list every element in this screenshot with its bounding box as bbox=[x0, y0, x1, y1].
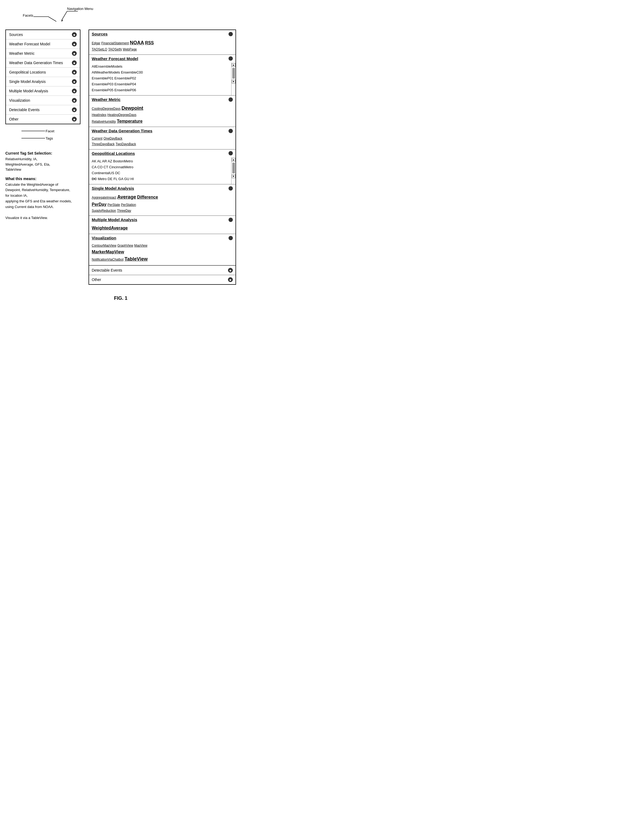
tag-co[interactable]: CO bbox=[97, 165, 103, 169]
tag-allweathermodels[interactable]: AllWeatherModels bbox=[92, 70, 120, 74]
current-tag-section: Current Tag Set Selection: RelativeHumid… bbox=[5, 151, 88, 221]
tag-noaa[interactable]: NOAA bbox=[130, 40, 144, 45]
nav-icon-other: ◆ bbox=[72, 117, 77, 122]
right-nav-label-detectable-events: Detectable Events bbox=[92, 268, 122, 272]
tag-aggregateimpact[interactable]: AggregateImpact bbox=[92, 196, 116, 199]
section-gl-header: Geopolitical Locations bbox=[89, 150, 236, 157]
gl-scroll-down[interactable]: ▼ bbox=[232, 175, 236, 178]
tag-ar[interactable]: AR bbox=[102, 159, 107, 163]
section-gl-list: AK AL AR AZ BostonMetro CA CO bbox=[89, 157, 236, 184]
tag-weightedaverage[interactable]: WeightedAverage bbox=[92, 226, 128, 230]
right-nav-icon-other: ◆ bbox=[228, 277, 233, 282]
tag-fl[interactable]: FL bbox=[114, 177, 117, 181]
tag-ct[interactable]: CT bbox=[103, 165, 108, 169]
nav-label-weather-metric: Weather Metric bbox=[9, 51, 35, 56]
tag-gu[interactable]: GU bbox=[124, 177, 129, 181]
tag-current[interactable]: Current bbox=[92, 137, 102, 141]
section-sma-dot bbox=[228, 186, 233, 190]
tag-tableview[interactable]: TableView bbox=[125, 256, 148, 262]
tag-graphview[interactable]: GraphView bbox=[117, 244, 133, 247]
tag-taqsetn[interactable]: TAQSetN bbox=[108, 48, 122, 51]
tag-onedayback[interactable]: OneDayBack bbox=[103, 137, 123, 141]
tag-perstation[interactable]: PerStation bbox=[121, 203, 136, 207]
tag-markermapview[interactable]: MarkerMapView bbox=[92, 250, 124, 254]
nav-item-geopolitical-locations[interactable]: Geopolitical Locations ◆ bbox=[6, 68, 80, 77]
tag-ensemblep03[interactable]: EnsembleP03 bbox=[92, 82, 114, 86]
tag-az[interactable]: AZ bbox=[108, 159, 112, 163]
right-nav-icon-detectable-events: ◆ bbox=[228, 268, 233, 273]
right-panel-border: Sources Edgar FinancialStatement NOAA RS… bbox=[88, 29, 236, 285]
tag-ensemblep04[interactable]: EnsembleP04 bbox=[114, 82, 136, 86]
tag-ensemblep01[interactable]: EnsembleP01 bbox=[92, 76, 114, 80]
right-panel: Sources Edgar FinancialStatement NOAA RS… bbox=[88, 29, 236, 285]
tag-twodaysback[interactable]: TwoDaysBack bbox=[116, 142, 136, 146]
tag-continentalus[interactable]: ContinentalUS bbox=[92, 171, 114, 175]
tag-coolingdegreedays[interactable]: CoolingDegreeDays bbox=[92, 107, 120, 111]
nav-icon-sources: ◆ bbox=[72, 32, 77, 37]
right-nav-detectable-events[interactable]: Detectable Events ◆ bbox=[89, 266, 236, 275]
wfm-scroll-up[interactable]: ▲ bbox=[232, 63, 236, 67]
tag-notificationviachatbot[interactable]: NotificationViaChatbot bbox=[92, 258, 124, 261]
current-tag-content: RelativeHumidity, IA,WeightedAverage, GF… bbox=[5, 156, 88, 172]
tag-al[interactable]: AL bbox=[97, 159, 101, 163]
tag-ga[interactable]: GA bbox=[118, 177, 123, 181]
section-wfm-title: Weather Forecast Model bbox=[92, 56, 138, 61]
nav-item-single-model-analysis[interactable]: Single Model Analysis ◆ bbox=[6, 77, 80, 87]
tag-difference[interactable]: Difference bbox=[137, 195, 158, 199]
tag-threedaysback[interactable]: ThreeDaysBack bbox=[92, 142, 114, 146]
tag-relativehumidity[interactable]: RelativeHumidity bbox=[92, 120, 116, 124]
wfm-scroll-thumb[interactable] bbox=[232, 68, 235, 79]
nav-item-detectable-events[interactable]: Detectable Events ◆ bbox=[6, 105, 80, 114]
nav-item-other[interactable]: Other ◆ bbox=[6, 114, 80, 124]
tag-heatindex[interactable]: HeatIndex bbox=[92, 113, 106, 117]
nav-label-other: Other bbox=[9, 117, 18, 121]
nav-item-multiple-model-analysis[interactable]: Multiple Model Analysis ◆ bbox=[6, 87, 80, 96]
wfm-scroll-down[interactable]: ▼ bbox=[232, 80, 236, 83]
gl-scroll-thumb[interactable] bbox=[232, 163, 235, 173]
tag-dc2[interactable]: DC bbox=[92, 177, 97, 181]
tag-perstate[interactable]: PerState bbox=[108, 203, 120, 207]
tag-ca[interactable]: CA bbox=[92, 165, 96, 169]
tag-financialstatement[interactable]: FinancialStatement bbox=[102, 41, 129, 45]
diagram-wrapper: Sources ◆ Weather Forecast Model ◆ Weath… bbox=[5, 29, 236, 285]
tag-average[interactable]: Average bbox=[117, 194, 136, 200]
tag-hi[interactable]: HI bbox=[130, 177, 134, 181]
tag-metro[interactable]: Metro bbox=[98, 177, 106, 181]
tag-ensemblec00[interactable]: EnsembleC00 bbox=[121, 70, 143, 74]
tag-ak[interactable]: AK bbox=[92, 159, 96, 163]
nav-item-weather-metric[interactable]: Weather Metric ◆ bbox=[6, 49, 80, 58]
tag-dewpoint[interactable]: Dewpoint bbox=[122, 105, 143, 111]
tag-ensemblep05[interactable]: EnsembleP05 bbox=[92, 88, 114, 92]
tag-rss[interactable]: RSS bbox=[145, 40, 154, 45]
tag-temperature[interactable]: Temperature bbox=[117, 119, 143, 124]
tag-allensemblemodels[interactable]: AllEnsembleModels bbox=[92, 65, 122, 68]
tag-contourmapview[interactable]: ContourMapView bbox=[92, 244, 116, 247]
nav-item-visualization[interactable]: Visualization ◆ bbox=[6, 96, 80, 105]
right-nav-other[interactable]: Other ◆ bbox=[89, 275, 236, 284]
nav-item-weather-data-gen-times[interactable]: Weather Data Generation Times ◆ bbox=[6, 58, 80, 68]
tag-webpage[interactable]: WebPage bbox=[123, 48, 137, 51]
section-gl-dot bbox=[228, 151, 233, 155]
tag-taqsetlq[interactable]: TAQSetLQ bbox=[92, 48, 107, 51]
tag-ensemblep06[interactable]: EnsembleP06 bbox=[114, 88, 136, 92]
tag-perday[interactable]: PerDay bbox=[92, 202, 106, 207]
nav-icon-visualization: ◆ bbox=[72, 98, 77, 103]
tag-heatingdegreedays[interactable]: HeatingDegreeDays bbox=[107, 113, 136, 117]
section-wfm-list: AllEnsembleModels AllWeatherModels Ensem… bbox=[89, 63, 236, 95]
tag-threeday[interactable]: ThreeDay bbox=[117, 209, 131, 213]
figure-caption: FIG. 1 bbox=[5, 295, 236, 301]
tag-de[interactable]: DE bbox=[108, 177, 112, 181]
tag-ensemblep02[interactable]: EnsembleP02 bbox=[114, 76, 136, 80]
nav-item-sources[interactable]: Sources ◆ bbox=[6, 30, 80, 39]
tag-mapview[interactable]: MapView bbox=[134, 244, 147, 247]
tag-supplyreduction[interactable]: SupplyReduction bbox=[92, 209, 116, 213]
tag-cincinnatiMetro[interactable]: CincinnatiMetro bbox=[109, 165, 133, 169]
section-wdgt-tags: Current OneDayBack ThreeDaysBack TwoDays… bbox=[89, 135, 236, 149]
tag-bostonmetro[interactable]: BostonMetro bbox=[113, 159, 133, 163]
gl-scroll-up[interactable]: ▲ bbox=[232, 158, 236, 162]
nav-label-visualization: Visualization bbox=[9, 98, 30, 102]
nav-item-weather-forecast-model[interactable]: Weather Forecast Model ◆ bbox=[6, 39, 80, 49]
tag-edgar[interactable]: Edgar bbox=[92, 41, 100, 45]
tag-dc[interactable]: DC bbox=[115, 171, 120, 175]
section-mma-tags: WeightedAverage bbox=[89, 224, 236, 234]
